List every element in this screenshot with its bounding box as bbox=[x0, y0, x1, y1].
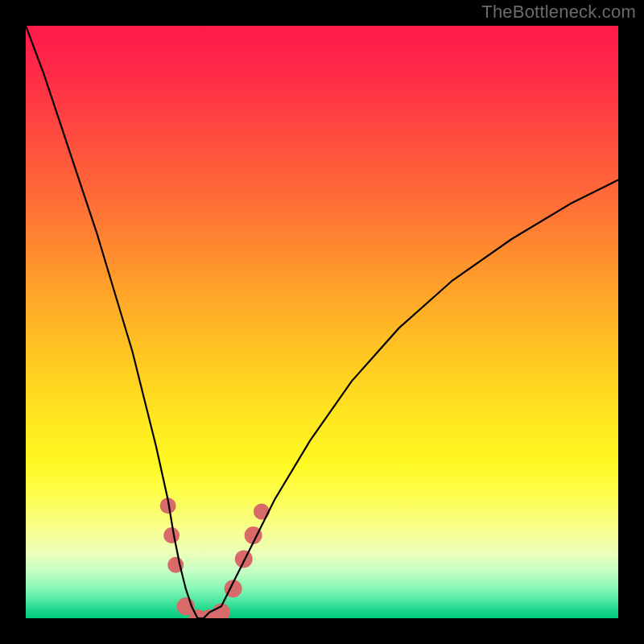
markers-layer bbox=[160, 497, 270, 618]
marker-left-cluster-2 bbox=[163, 527, 180, 543]
plot-area bbox=[26, 26, 618, 618]
watermark-text: TheBottleneck.com bbox=[481, 2, 636, 23]
chart-svg bbox=[26, 26, 618, 618]
chart-frame: TheBottleneck.com bbox=[0, 0, 644, 644]
marker-right-cluster-2 bbox=[235, 550, 253, 568]
marker-right-cluster-4 bbox=[254, 504, 270, 520]
bottleneck-curve bbox=[26, 26, 618, 618]
